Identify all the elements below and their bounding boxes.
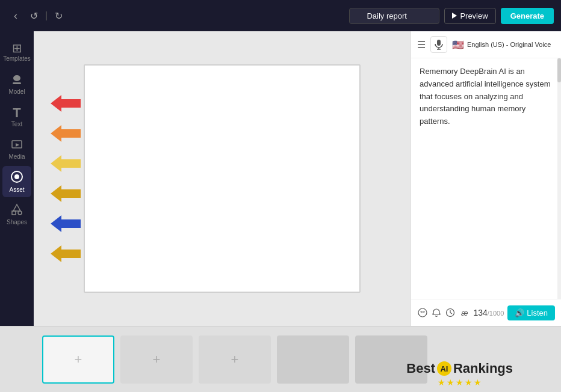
svg-rect-8 bbox=[12, 211, 16, 215]
sidebar-label-text: Text bbox=[11, 121, 22, 127]
star-4: ★ bbox=[465, 378, 473, 387]
filmstrip-slide-5[interactable] bbox=[355, 335, 427, 384]
arrow-yellow1-body bbox=[61, 159, 81, 168]
listen-button[interactable]: 🔊 Listen bbox=[507, 305, 555, 320]
model-icon bbox=[11, 73, 23, 87]
sidebar: ⊞ Templates Model T Text Media bbox=[0, 31, 34, 326]
svg-line-17 bbox=[450, 313, 452, 314]
sidebar-item-templates[interactable]: ⊞ Templates bbox=[2, 36, 31, 67]
generate-button[interactable]: Generate bbox=[501, 8, 554, 24]
main-area: ⊞ Templates Model T Text Media bbox=[0, 31, 561, 326]
toolbar-right: ✏ Preview Generate bbox=[349, 8, 554, 24]
arrow-yellow3-head bbox=[51, 245, 61, 262]
preview-play-icon bbox=[452, 13, 457, 19]
sidebar-label-model: Model bbox=[8, 88, 25, 95]
arrow-orange-body bbox=[61, 129, 81, 138]
sidebar-label-templates: Templates bbox=[3, 55, 31, 62]
star-2: ★ bbox=[447, 378, 454, 387]
sidebar-item-asset[interactable]: Asset bbox=[2, 166, 31, 197]
arrow-orange-head bbox=[51, 125, 61, 142]
arrow-blue[interactable] bbox=[51, 215, 81, 232]
filmstrip-slide-2[interactable]: + bbox=[120, 335, 193, 384]
canvas-frame[interactable] bbox=[84, 64, 361, 293]
history-controls: ↺ | ↻ bbox=[28, 9, 65, 23]
watermark-after: Rankings bbox=[453, 361, 513, 376]
mic-button[interactable] bbox=[430, 36, 447, 53]
asset-icon bbox=[10, 170, 23, 185]
arrow-yellow3[interactable] bbox=[51, 245, 81, 262]
sidebar-item-shapes[interactable]: Shapes bbox=[2, 198, 31, 230]
star-5: ★ bbox=[474, 378, 482, 387]
arrow-blue-head bbox=[51, 215, 61, 232]
filmstrip-add-icon-3: + bbox=[231, 352, 239, 367]
svg-marker-6 bbox=[13, 204, 20, 211]
undo-button[interactable]: ↺ bbox=[28, 9, 40, 23]
svg-point-13 bbox=[420, 311, 421, 313]
sidebar-item-media[interactable]: Media bbox=[2, 133, 31, 165]
svg-rect-9 bbox=[437, 40, 441, 46]
svg-point-7 bbox=[18, 211, 22, 215]
arrow-yellow1-head bbox=[51, 155, 61, 172]
preview-button[interactable]: Preview bbox=[444, 8, 495, 24]
canvas-area bbox=[34, 31, 411, 326]
arrow-yellow2-body bbox=[61, 189, 81, 198]
sidebar-label-shapes: Shapes bbox=[7, 219, 27, 225]
language-selector[interactable]: 🇺🇸 English (US) - Original Voice bbox=[452, 39, 555, 51]
filmstrip: + + + Best AI Rankings ★ ★ ★ ★ ★ bbox=[0, 326, 561, 392]
arrow-orange[interactable] bbox=[51, 125, 81, 142]
back-button[interactable]: ‹ bbox=[7, 7, 24, 24]
arrow-yellow2[interactable] bbox=[51, 185, 81, 202]
shapes-icon bbox=[10, 203, 23, 218]
svg-rect-0 bbox=[13, 75, 20, 81]
templates-icon: ⊞ bbox=[12, 42, 22, 54]
arrow-blue-body bbox=[61, 219, 81, 228]
voice-panel-header: ☰ 🇺🇸 English (US) - Original Voice bbox=[411, 31, 561, 58]
watermark-stars: ★ ★ ★ ★ ★ bbox=[438, 378, 482, 387]
filmstrip-slide-1[interactable]: + bbox=[42, 335, 114, 384]
scrollbar-thumb[interactable] bbox=[557, 58, 561, 82]
sidebar-item-text[interactable]: T Text bbox=[2, 101, 31, 132]
svg-rect-1 bbox=[13, 82, 21, 84]
title-input[interactable] bbox=[349, 8, 439, 24]
toolbar: ‹ ↺ | ↻ ✏ Preview Generate bbox=[0, 0, 561, 31]
arrow-red-head bbox=[51, 95, 61, 112]
arrow-yellow2-head bbox=[51, 185, 61, 202]
char-max: 1000 bbox=[489, 310, 504, 317]
filmstrip-slide-4[interactable] bbox=[277, 335, 349, 384]
star-1: ★ bbox=[438, 378, 445, 387]
sidebar-label-asset: Asset bbox=[9, 186, 24, 193]
arrow-yellow3-body bbox=[61, 250, 81, 258]
arrow-red[interactable] bbox=[51, 95, 81, 112]
arrow-yellow1[interactable] bbox=[51, 155, 81, 172]
sparkle-button[interactable] bbox=[417, 304, 427, 321]
voice-text-area[interactable]: Rememory DeepBrain AI is an advanced art… bbox=[411, 58, 561, 135]
svg-point-12 bbox=[418, 308, 427, 317]
clock-button[interactable] bbox=[445, 304, 456, 321]
redo-button[interactable]: ↻ bbox=[52, 9, 65, 23]
title-input-wrapper: ✏ bbox=[349, 8, 439, 24]
filmstrip-add-icon-2: + bbox=[153, 352, 161, 367]
voice-text: Rememory DeepBrain AI is an advanced art… bbox=[420, 66, 553, 128]
scrollbar-track[interactable] bbox=[557, 58, 561, 299]
filmstrip-slide-3[interactable]: + bbox=[199, 335, 271, 384]
sidebar-item-model[interactable]: Model bbox=[2, 69, 31, 100]
flag-icon: 🇺🇸 bbox=[452, 39, 464, 51]
svg-point-14 bbox=[423, 311, 424, 313]
voice-text-wrapper: Rememory DeepBrain AI is an advanced art… bbox=[411, 58, 561, 299]
text-icon: T bbox=[13, 106, 20, 120]
listen-speaker-icon: 🔊 bbox=[515, 308, 524, 317]
toolbar-left: ‹ ↺ | ↻ bbox=[7, 7, 65, 24]
svg-marker-3 bbox=[16, 143, 19, 147]
bell-button[interactable] bbox=[431, 304, 441, 321]
history-divider: | bbox=[43, 9, 50, 22]
sidebar-label-media: Media bbox=[8, 153, 25, 160]
svg-point-5 bbox=[14, 174, 19, 179]
preview-label: Preview bbox=[460, 11, 488, 20]
watermark-ai-badge: AI bbox=[437, 361, 451, 376]
text-symbol-button[interactable]: æ bbox=[459, 304, 470, 321]
arrows-container bbox=[51, 95, 81, 262]
star-3: ★ bbox=[456, 378, 463, 387]
char-current: 134 bbox=[473, 308, 487, 317]
char-count: 134 / 1000 bbox=[473, 308, 504, 317]
menu-icon[interactable]: ☰ bbox=[417, 39, 426, 51]
